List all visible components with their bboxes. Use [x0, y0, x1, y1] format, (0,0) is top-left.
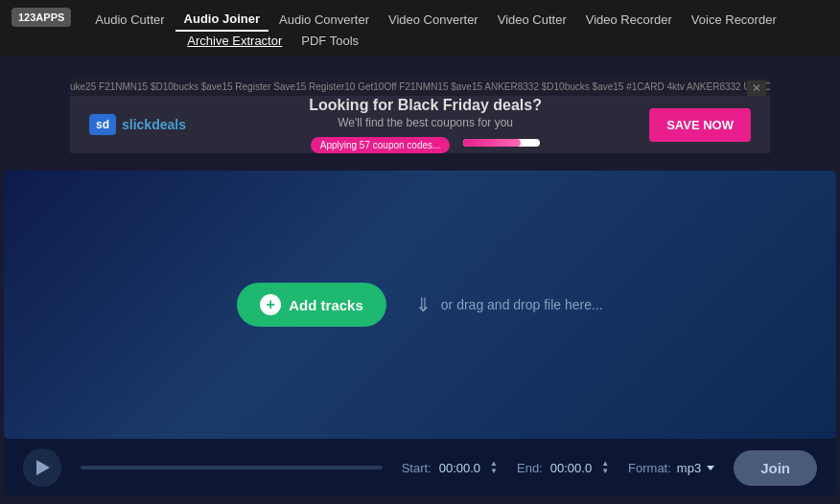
add-tracks-label: Add tracks [289, 297, 363, 313]
ad-subheading: We'll find the best coupons for you [201, 116, 649, 129]
ad-ticker-text: uke25 F21NMN15 $D10bucks $ave15 Register… [70, 81, 770, 92]
ad-main-content: sd slickdeals Looking for Black Friday d… [89, 97, 649, 153]
end-time-control: End: 00:00.0 ▲ ▼ [517, 460, 609, 475]
upload-icon: ⇓ [415, 293, 432, 316]
plus-icon: + [260, 294, 281, 315]
end-label: End: [517, 461, 543, 475]
slickdeals-logo: sd slickdeals [89, 114, 186, 135]
logo[interactable]: 123APPS [12, 8, 71, 27]
slickdeals-brand: slickdeals [122, 117, 186, 132]
bottom-controls-bar: Start: 00:00.0 ▲ ▼ End: 00:00.0 ▲ ▼ Form… [4, 439, 836, 496]
navbar: 123APPS Audio Cutter Audio Joiner Audio … [0, 0, 840, 56]
format-dropdown[interactable]: mp3 [677, 461, 714, 475]
end-decrement[interactable]: ▼ [601, 468, 609, 475]
nav-audio-cutter[interactable]: Audio Cutter [86, 9, 173, 31]
end-stepper[interactable]: ▲ ▼ [601, 460, 609, 475]
play-icon [36, 460, 50, 475]
nav-video-cutter[interactable]: Video Cutter [489, 9, 575, 31]
ad-text-content: Looking for Black Friday deals? We'll fi… [201, 97, 649, 153]
save-now-button[interactable]: SAVE NOW [649, 108, 751, 142]
nav-audio-converter[interactable]: Audio Converter [270, 9, 378, 31]
format-section: Format: mp3 [628, 461, 714, 475]
close-ad-button[interactable]: ✕ [747, 80, 766, 96]
nav-audio-joiner[interactable]: Audio Joiner [175, 8, 268, 32]
nav-top-row: Audio Cutter Audio Joiner Audio Converte… [86, 0, 828, 32]
format-value: mp3 [677, 461, 701, 475]
chevron-down-icon [707, 466, 714, 470]
nav-archive-extractor[interactable]: Archive Extractor [178, 32, 291, 50]
coupon-progress-fill [463, 139, 521, 147]
start-label: Start: [402, 461, 432, 475]
nav-voice-recorder[interactable]: Voice Recorder [683, 9, 785, 31]
ad-headline: Looking for Black Friday deals? [201, 97, 649, 114]
start-value: 00:00.0 [439, 461, 480, 475]
nav-video-recorder[interactable]: Video Recorder [577, 9, 681, 31]
start-stepper[interactable]: ▲ ▼ [490, 460, 498, 475]
nav-video-converter[interactable]: Video Converter [380, 9, 487, 31]
join-button[interactable]: Join [734, 450, 817, 486]
logo-area: 123APPS [12, 0, 71, 27]
end-value: 00:00.0 [550, 461, 592, 475]
nav-pdf-tools[interactable]: PDF Tools [292, 32, 367, 50]
coupon-progress-track [463, 139, 540, 147]
sd-icon: sd [89, 114, 116, 135]
format-label: Format: [628, 461, 671, 475]
main-upload-area: + Add tracks ⇓ or drag and drop file her… [4, 171, 836, 439]
start-decrement[interactable]: ▼ [490, 468, 498, 475]
timeline-bar[interactable] [81, 466, 383, 470]
nav-second-row: Archive Extractor PDF Tools [86, 32, 828, 56]
upload-controls: + Add tracks ⇓ or drag and drop file her… [237, 283, 602, 327]
coupon-text: Applying 57 coupon codes... [311, 137, 451, 153]
ad-ticker: uke25 F21NMN15 $D10bucks $ave15 Register… [70, 77, 770, 96]
play-button[interactable] [23, 448, 61, 487]
add-tracks-button[interactable]: + Add tracks [237, 283, 386, 327]
drag-drop-zone[interactable]: ⇓ or drag and drop file here... [415, 293, 603, 316]
drag-drop-label: or drag and drop file here... [441, 297, 603, 312]
start-time-control: Start: 00:00.0 ▲ ▼ [402, 460, 498, 475]
ad-banner: uke25 F21NMN15 $D10bucks $ave15 Register… [70, 77, 770, 153]
